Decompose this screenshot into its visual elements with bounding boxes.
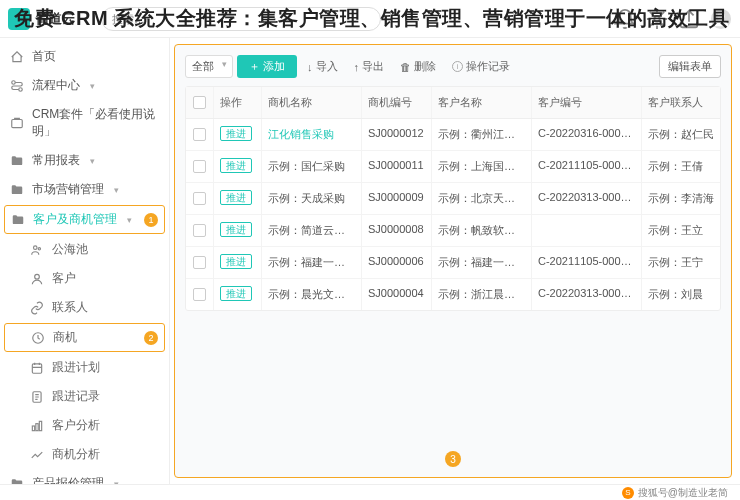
row-checkbox[interactable] (193, 256, 206, 269)
annotation-badge: 1 (144, 213, 158, 227)
row-checkbox[interactable] (193, 288, 206, 301)
row-checkbox[interactable] (193, 192, 206, 205)
sidebar-item-常用报表[interactable]: 常用报表▾ (0, 146, 169, 175)
kit-icon (10, 116, 24, 130)
sidebar-label: 商机 (53, 329, 77, 346)
cell-name[interactable]: 示例：晨光文具设备… (262, 279, 362, 310)
pool-icon (30, 243, 44, 257)
th-op: 操作 (214, 87, 262, 118)
svg-point-6 (34, 245, 38, 249)
sidebar-item-跟进记录[interactable]: 跟进记录 (0, 382, 169, 411)
cell-contact: 示例：刘晨 (642, 279, 720, 310)
sohu-icon: S (622, 487, 634, 499)
sidebar-item-市场营销管理[interactable]: 市场营销管理▾ (0, 175, 169, 204)
cell-code: SJ0000008 (362, 215, 432, 246)
data-table: 操作 商机名称 商机编号 客户名称 客户编号 客户联系人 推进江化销售采购SJ0… (185, 86, 721, 311)
cell-cust: 示例：浙江晨光文具… (432, 279, 532, 310)
cell-name[interactable]: 示例：简道云采购 (262, 215, 362, 246)
sidebar-label: 首页 (32, 48, 56, 65)
folder-icon (10, 183, 24, 197)
cell-cnum: C-20211105-0000004 (532, 247, 642, 278)
sidebar-item-客户分析[interactable]: 客户分析 (0, 411, 169, 440)
cell-code: SJ0000009 (362, 183, 432, 214)
cell-code: SJ0000006 (362, 247, 432, 278)
sidebar-item-公海池[interactable]: 公海池 (0, 235, 169, 264)
sidebar-label: 客户及商机管理 (33, 211, 117, 228)
sidebar-item-客户及商机管理[interactable]: 客户及商机管理▾1 (4, 205, 165, 234)
cell-cust: 示例：北京天诚软件… (432, 183, 532, 214)
table-row: 推进江化销售采购SJ0000012示例：衢州江化集团C-20220316-000… (186, 119, 720, 151)
progress-button[interactable]: 推进 (220, 158, 252, 173)
svg-point-8 (35, 274, 40, 279)
select-all-checkbox[interactable] (193, 96, 206, 109)
cell-code: SJ0000012 (362, 119, 432, 150)
delete-button[interactable]: 🗑删除 (394, 56, 442, 77)
th-contact[interactable]: 客户联系人 (642, 87, 720, 118)
sidebar-label: 跟进计划 (52, 359, 100, 376)
filter-select[interactable]: 全部 (185, 55, 233, 78)
progress-button[interactable]: 推进 (220, 190, 252, 205)
sidebar-item-联系人[interactable]: 联系人 (0, 293, 169, 322)
user-icon (30, 272, 44, 286)
svg-rect-13 (36, 423, 38, 430)
edit-form-button[interactable]: 编辑表单 (659, 55, 721, 78)
cell-cust: 示例：福建一高集团 (432, 247, 532, 278)
table-row: 推进示例：国仁采购SJ0000011示例：上海国仁有限…C-20211105-0… (186, 151, 720, 183)
progress-button[interactable]: 推进 (220, 222, 252, 237)
row-checkbox[interactable] (193, 160, 206, 173)
th-name[interactable]: 商机名称 (262, 87, 362, 118)
oplog-button[interactable]: i操作记录 (446, 56, 516, 77)
article-title: 免费 CRM 系统大全推荐：集客户管理、销售管理、营销管理于一体的高效工具 (14, 4, 729, 32)
cell-contact: 示例：李清海 (642, 183, 720, 214)
ana-icon (30, 419, 44, 433)
cell-contact: 示例：王宁 (642, 247, 720, 278)
sidebar-item-流程中心[interactable]: 流程中心▾ (0, 71, 169, 100)
cell-contact: 示例：王立 (642, 215, 720, 246)
cell-cnum: C-20220316-0000001 (532, 119, 642, 150)
svg-point-7 (38, 247, 40, 249)
th-cust[interactable]: 客户名称 (432, 87, 532, 118)
export-button[interactable]: ↑导出 (348, 56, 391, 77)
sidebar-label: 联系人 (52, 299, 88, 316)
cell-name[interactable]: 示例：国仁采购 (262, 151, 362, 182)
sidebar-item-CRM套件「必看使用说明」[interactable]: CRM套件「必看使用说明」 (0, 100, 169, 146)
cell-cnum: C-20220313-0000004 (532, 279, 642, 310)
sidebar-label: 流程中心 (32, 77, 80, 94)
sidebar-item-商机分析[interactable]: 商机分析 (0, 440, 169, 469)
sidebar-item-跟进计划[interactable]: 跟进计划 (0, 353, 169, 382)
sidebar-item-首页[interactable]: 首页 (0, 42, 169, 71)
th-cnum[interactable]: 客户编号 (532, 87, 642, 118)
import-button[interactable]: ↓导入 (301, 56, 344, 77)
home-icon (10, 50, 24, 64)
cell-name[interactable]: 江化销售采购 (262, 119, 362, 150)
sidebar-item-商机[interactable]: 商机2 (4, 323, 165, 352)
link-icon (30, 301, 44, 315)
progress-button[interactable]: 推进 (220, 286, 252, 301)
row-checkbox[interactable] (193, 128, 206, 141)
annotation-badge: 2 (144, 331, 158, 345)
cell-cnum: C-20220313-0000002 (532, 183, 642, 214)
chevron-down-icon: ▾ (127, 215, 132, 225)
ana2-icon (30, 448, 44, 462)
sidebar-label: 公海池 (52, 241, 88, 258)
sidebar-item-产品报价管理[interactable]: 产品报价管理▾ (0, 469, 169, 484)
folder-icon (10, 154, 24, 168)
row-checkbox[interactable] (193, 224, 206, 237)
table-row: 推进示例：福建一高3月订单SJ0000006示例：福建一高集团C-2021110… (186, 247, 720, 279)
cell-name[interactable]: 示例：福建一高3月订单 (262, 247, 362, 278)
svg-rect-14 (39, 421, 41, 430)
plan-icon (30, 361, 44, 375)
chevron-down-icon: ▾ (114, 185, 119, 195)
progress-button[interactable]: 推进 (220, 254, 252, 269)
add-button[interactable]: ＋添加 (237, 55, 297, 78)
th-code[interactable]: 商机编号 (362, 87, 432, 118)
svg-rect-12 (32, 426, 34, 431)
progress-button[interactable]: 推进 (220, 126, 252, 141)
svg-point-4 (19, 87, 23, 91)
cell-cust: 示例：衢州江化集团 (432, 119, 532, 150)
cell-name[interactable]: 示例：天成采购 (262, 183, 362, 214)
main-panel: 全部 ＋添加 ↓导入 ↑导出 🗑删除 i操作记录 编辑表单 操作 商机名称 商机… (174, 44, 732, 478)
sidebar-label: 客户 (52, 270, 76, 287)
svg-rect-10 (32, 363, 41, 372)
sidebar-item-客户[interactable]: 客户 (0, 264, 169, 293)
